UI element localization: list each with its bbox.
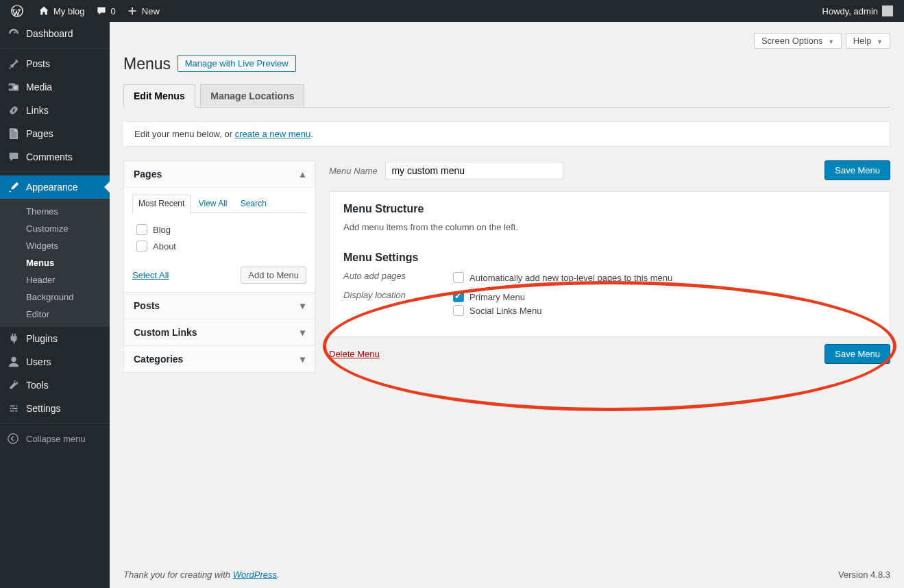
admin-sidebar: Dashboard Posts Media Links Pages Commen… — [0, 22, 110, 588]
save-menu-button-bottom[interactable]: Save Menu — [824, 344, 890, 364]
caret-up-icon: ▴ — [300, 169, 305, 180]
caret-down-icon: ▾ — [300, 354, 305, 365]
menu-edit-column: Menu Name Save Menu Menu Structure Add m… — [329, 160, 890, 373]
delete-menu-link[interactable]: Delete Menu — [329, 349, 380, 359]
collapse-label: Collapse menu — [26, 434, 86, 444]
nav-tabs: Edit Menus Manage Locations — [123, 84, 890, 108]
accordion-head-categories[interactable]: Categories ▾ — [124, 346, 315, 372]
svg-rect-2 — [10, 129, 18, 138]
footer: Thank you for creating with WordPress. V… — [110, 561, 904, 588]
sidebar-item-settings[interactable]: Settings — [0, 397, 110, 420]
help-button[interactable]: Help ▼ — [846, 33, 890, 49]
location-checkbox[interactable] — [453, 305, 464, 316]
page-title: Menus — [123, 49, 171, 76]
caret-down-icon: ▼ — [877, 38, 883, 45]
sidebar-label: Links — [26, 105, 49, 116]
location-checkbox[interactable] — [453, 291, 464, 302]
sidebar-item-comments[interactable]: Comments — [0, 145, 110, 169]
footer-text: Thank you for creating with — [123, 569, 233, 580]
accordion-custom-links: Custom Links ▾ — [123, 319, 315, 346]
location-social[interactable]: Social Links Menu — [453, 304, 542, 317]
user-icon — [7, 356, 21, 368]
comments-link[interactable]: 0 — [90, 0, 121, 22]
menu-name-label: Menu Name — [329, 166, 378, 176]
wp-logo[interactable] — [5, 0, 33, 22]
footer-text: . — [277, 569, 280, 580]
admin-toolbar: My blog 0 New Howdy, admin — [0, 0, 904, 22]
submenu-customize[interactable]: Customize — [0, 220, 110, 237]
submenu-header[interactable]: Header — [0, 271, 110, 289]
sidebar-item-posts[interactable]: Posts — [0, 52, 110, 75]
accordion-categories: Categories ▾ — [123, 345, 315, 373]
sidebar-item-pages[interactable]: Pages — [0, 122, 110, 145]
sidebar-label: Tools — [26, 380, 49, 391]
wordpress-icon — [11, 5, 23, 17]
accordion-title: Posts — [134, 300, 160, 311]
tab-manage-locations[interactable]: Manage Locations — [200, 84, 304, 107]
create-new-menu-link[interactable]: create a new menu — [235, 129, 311, 139]
site-link[interactable]: My blog — [33, 0, 90, 22]
pin-icon — [7, 58, 21, 70]
accordion-head-posts[interactable]: Posts ▾ — [124, 293, 315, 319]
page-icon — [7, 127, 21, 140]
sidebar-item-links[interactable]: Links — [0, 99, 110, 122]
appearance-submenu: Themes Customize Widgets Menus Header Ba… — [0, 199, 110, 327]
sidebar-item-users[interactable]: Users — [0, 350, 110, 373]
avatar-icon — [882, 5, 893, 16]
page-item-blog[interactable]: Blog — [136, 221, 306, 238]
howdy-text: Howdy, admin — [822, 6, 878, 16]
submenu-themes[interactable]: Themes — [0, 203, 110, 220]
accordion-title: Custom Links — [134, 327, 197, 338]
page-item-label: Blog — [153, 225, 171, 235]
accordion-head-custom-links[interactable]: Custom Links ▾ — [124, 319, 315, 345]
my-account[interactable]: Howdy, admin — [817, 0, 899, 22]
settings-icon — [7, 402, 21, 415]
accordion-pages: Pages ▴ Most Recent View All Search Blog… — [123, 160, 315, 293]
site-name: My blog — [53, 6, 85, 16]
auto-add-option[interactable]: Automatically add new top-level pages to… — [453, 271, 672, 284]
new-content-link[interactable]: New — [121, 0, 165, 22]
comment-icon — [96, 5, 107, 16]
manage-live-preview-button[interactable]: Manage with Live Preview — [178, 55, 296, 72]
plus-icon — [127, 5, 138, 16]
wordpress-link[interactable]: WordPress — [233, 569, 277, 580]
submenu-background[interactable]: Background — [0, 289, 110, 306]
submenu-editor[interactable]: Editor — [0, 306, 110, 323]
submenu-menus[interactable]: Menus — [0, 254, 110, 271]
version-text: Version 4.8.3 — [838, 569, 890, 580]
svg-point-3 — [11, 357, 16, 362]
subtab-search[interactable]: Search — [235, 195, 272, 212]
sidebar-item-appearance[interactable]: Appearance — [0, 175, 110, 199]
subtab-view-all[interactable]: View All — [193, 195, 233, 212]
comments-count: 0 — [111, 6, 116, 16]
collapse-menu[interactable]: Collapse menu — [0, 427, 110, 450]
add-to-menu-button[interactable]: Add to Menu — [241, 267, 306, 284]
auto-add-checkbox[interactable] — [453, 272, 464, 283]
accordion-posts: Posts ▾ — [123, 292, 315, 319]
select-all-link[interactable]: Select All — [132, 270, 169, 280]
location-primary[interactable]: Primary Menu — [453, 290, 542, 304]
sidebar-item-plugins[interactable]: Plugins — [0, 327, 110, 350]
sidebar-item-media[interactable]: Media — [0, 75, 110, 99]
edit-notice: Edit your menu below, or create a new me… — [123, 121, 890, 147]
page-checkbox[interactable] — [136, 241, 147, 252]
sidebar-item-dashboard[interactable]: Dashboard — [0, 22, 110, 45]
add-items-column: Pages ▴ Most Recent View All Search Blog… — [123, 160, 315, 373]
menu-name-input[interactable] — [385, 162, 563, 180]
page-item-about[interactable]: About — [136, 238, 306, 254]
svg-point-4 — [8, 434, 18, 443]
save-menu-button-top[interactable]: Save Menu — [824, 160, 890, 180]
sidebar-item-tools[interactable]: Tools — [0, 373, 110, 397]
subtab-most-recent[interactable]: Most Recent — [132, 195, 191, 213]
sidebar-label: Media — [26, 82, 52, 93]
caret-down-icon: ▾ — [300, 327, 305, 338]
page-checkbox[interactable] — [136, 224, 147, 235]
tab-edit-menus[interactable]: Edit Menus — [123, 84, 195, 108]
screen-options-button[interactable]: Screen Options ▼ — [754, 33, 842, 49]
sidebar-label: Appearance — [26, 182, 78, 193]
sidebar-label: Users — [26, 356, 51, 367]
submenu-widgets[interactable]: Widgets — [0, 237, 110, 254]
top-right-buttons: Screen Options ▼ Help ▼ — [123, 29, 890, 49]
accordion-head-pages[interactable]: Pages ▴ — [124, 161, 315, 188]
brush-icon — [7, 181, 21, 193]
